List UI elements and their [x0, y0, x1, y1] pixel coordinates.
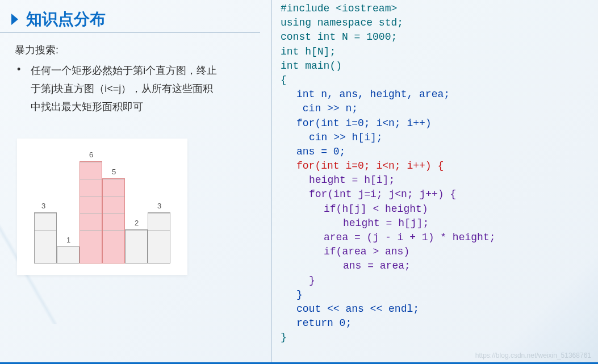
code-line: area = (j - i + 1) * height;	[281, 231, 587, 245]
code-line: }	[281, 330, 587, 345]
bullet-icon: •	[17, 61, 20, 77]
left-column: 知识点分布 暴力搜索: • 任何一个矩形必然始于第i个直方图，终止于第j块直方图…	[0, 0, 271, 364]
title-row: 知识点分布	[0, 9, 260, 33]
bullet-text: 任何一个矩形必然始于第i个直方图，终止于第j块直方图（i<=j），从所有这些面积…	[31, 61, 218, 116]
title-marker-icon	[11, 11, 20, 27]
code-line: }	[281, 274, 587, 288]
code-line: cin >> h[i];	[281, 131, 587, 145]
code-line: if(h[j] < height)	[281, 202, 587, 216]
histogram-chart: 3 1 6 5 2 3	[17, 139, 187, 275]
bar-5: 2	[125, 229, 148, 263]
bar-3-highlighted: 6	[80, 161, 102, 263]
bar-label-2: 1	[66, 236, 70, 244]
title-text: 知识点分布	[26, 9, 106, 30]
bar-label-1: 3	[41, 202, 45, 210]
bar-label-5: 2	[135, 219, 139, 227]
chart-bars: 3 1 6 5 2 3	[34, 150, 170, 263]
bar-label-6: 3	[157, 202, 161, 210]
code-line: }	[281, 288, 587, 302]
code-line: height = h[i];	[281, 173, 587, 187]
code-line: int h[N];	[281, 45, 587, 59]
bar-2: 1	[57, 246, 80, 263]
bar-label-4: 5	[112, 168, 116, 176]
code-line-highlighted: for(int i=0; i<n; i++) {	[281, 159, 587, 173]
code-line: cin >> n;	[281, 102, 587, 116]
code-line: for(int j=i; j<n; j++) {	[281, 187, 587, 202]
slide-page: 知识点分布 暴力搜索: • 任何一个矩形必然始于第i个直方图，终止于第j块直方图…	[0, 0, 598, 364]
code-line: #include <iostream>	[281, 2, 587, 16]
code-line: return 0;	[281, 316, 587, 330]
bar-1: 3	[34, 212, 57, 263]
code-line: if(area > ans)	[281, 245, 587, 259]
code-line: height = h[j];	[281, 216, 587, 231]
code-line: using namespace std;	[281, 16, 587, 30]
bullet-row: • 任何一个矩形必然始于第i个直方图，终止于第j块直方图（i<=j），从所有这些…	[17, 61, 260, 116]
code-line: const int N = 1000;	[281, 30, 587, 44]
code-line: for(int i=0; i<n; i++)	[281, 116, 587, 131]
code-line: int main()	[281, 59, 587, 73]
code-line: ans = 0;	[281, 145, 587, 159]
bar-6: 3	[148, 212, 170, 263]
code-line: int n, ans, height, area;	[281, 87, 587, 102]
code-panel: #include <iostream> using namespace std;…	[271, 0, 598, 364]
code-line: ans = area;	[281, 259, 587, 273]
bar-4-highlighted: 5	[102, 178, 125, 263]
subtitle-text: 暴力搜索:	[15, 43, 260, 57]
code-line: {	[281, 73, 587, 87]
bar-label-3: 6	[89, 150, 93, 159]
code-line: cout << ans << endl;	[281, 302, 587, 316]
